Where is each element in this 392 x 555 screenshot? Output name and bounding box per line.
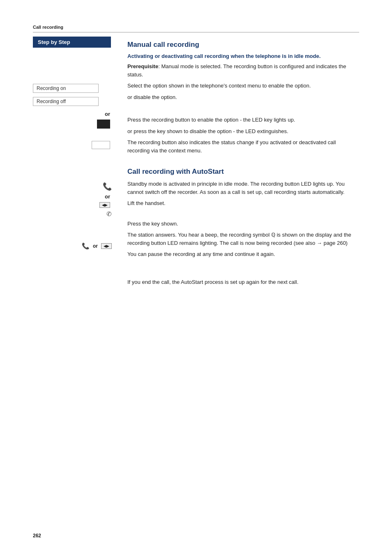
- or-label-1: or: [33, 111, 119, 117]
- speaker-key-icon: ◀▶: [99, 202, 110, 208]
- prerequisite-para: Prerequisite: Manual mode is selected. T…: [127, 62, 359, 78]
- end-call-desc: If you end the call, the AutoStart proce…: [127, 278, 359, 286]
- page: Call recording Step by Step Recording on…: [0, 0, 392, 555]
- prerequisite-label: Prerequisite: [127, 63, 158, 69]
- black-key-icon: [97, 120, 110, 129]
- phone-connect-icon: ✆: [106, 210, 112, 218]
- content-area: Step by Step Recording on Recording off …: [33, 32, 359, 289]
- recording-on-button: Recording on: [33, 84, 99, 93]
- press-key-desc: Press the key shown.: [127, 220, 359, 228]
- step-by-step-box: Step by Step: [33, 37, 111, 48]
- recording-on-desc: Select the option shown in the telephone…: [127, 82, 359, 90]
- page-header: Call recording: [33, 25, 359, 30]
- recording-off-desc: or disable the option.: [127, 93, 359, 101]
- status-change-desc: The recording button also indicates the …: [127, 138, 359, 154]
- white-key-icon: [92, 141, 110, 149]
- or-label-3: or: [93, 243, 98, 249]
- lift-handset-desc: Lift the handset.: [127, 199, 359, 207]
- right-column: Manual call recording Activating or deac…: [119, 32, 359, 289]
- handset-icon: 📞: [103, 182, 112, 191]
- or-label-2: or: [33, 193, 119, 200]
- recording-off-button: Recording off: [33, 97, 99, 106]
- autostart-section-title: Call recording with AutoStart: [127, 168, 359, 176]
- end-call-handset-icon: 📞: [82, 242, 90, 250]
- autostart-intro: Standby mode is activated in principle i…: [127, 180, 359, 196]
- manual-section-title: Manual call recording: [127, 41, 359, 49]
- press-black-key-desc: Press the recording button to enable the…: [127, 116, 359, 124]
- manual-subsection-title: Activating or deactivating call recordin…: [127, 53, 359, 59]
- station-answers-desc: The station answers. You hear a beep, th…: [127, 231, 359, 247]
- prerequisite-text: : Manual mode is selected. The recording…: [127, 63, 346, 78]
- press-white-key-desc: or press the key shown to disable the op…: [127, 127, 359, 136]
- pause-desc: You can pause the recording at any time …: [127, 250, 359, 258]
- end-call-speaker-key-icon: ◀▶: [101, 243, 112, 249]
- page-number: 262: [33, 533, 41, 539]
- left-column: Step by Step Recording on Recording off …: [33, 32, 119, 289]
